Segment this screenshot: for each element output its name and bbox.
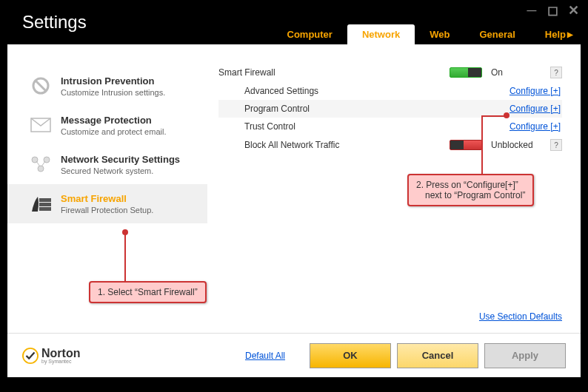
tab-general[interactable]: General [464, 24, 529, 44]
sidebar-item-title: Smart Firewall [61, 193, 196, 204]
setting-heading: Smart Firewall [218, 67, 450, 78]
norton-check-icon [22, 348, 39, 364]
sidebar-item-desc: Secured Network system. [61, 166, 196, 175]
sidebar-item-desc: Customize Intrusion settings. [61, 88, 196, 97]
annotation-1: 1. Select “Smart Firewall” [89, 281, 207, 303]
apply-button: Apply [484, 343, 566, 368]
firewall-icon [30, 193, 52, 214]
sidebar-item-message[interactable]: Message Protection Customize and protect… [7, 106, 207, 145]
sidebar-item-smart-firewall[interactable]: Smart Firewall Firewall Protection Setup… [7, 184, 207, 223]
svg-rect-8 [39, 198, 51, 202]
tab-help[interactable]: Help ▶ [530, 24, 581, 44]
cancel-button[interactable]: Cancel [397, 343, 478, 368]
use-section-defaults-link[interactable]: Use Section Defaults [479, 311, 562, 322]
help-icon[interactable]: ? [550, 67, 562, 78]
tab-computer[interactable]: Computer [273, 24, 347, 44]
default-all-link[interactable]: Default All [245, 351, 285, 361]
network-nodes-icon [30, 154, 52, 175]
sidebar-item-network-security[interactable]: Network Security Settings Secured Networ… [7, 145, 207, 184]
shield-block-icon [30, 75, 52, 96]
sidebar-item-intrusion[interactable]: Intrusion Prevention Customize Intrusion… [7, 67, 207, 106]
help-arrow-icon: ▶ [567, 30, 573, 38]
help-icon[interactable]: ? [550, 139, 562, 151]
sidebar-item-desc: Customize and protect email. [61, 127, 196, 136]
setting-trust-control: Trust Control [244, 121, 510, 132]
svg-line-7 [41, 161, 45, 166]
sidebar-item-title: Intrusion Prevention [61, 75, 196, 87]
annotation-line [481, 115, 483, 175]
norton-logo: Norton by Symantec [22, 347, 80, 364]
svg-line-6 [36, 161, 40, 166]
toggle-status: On [491, 67, 550, 78]
configure-advanced-link[interactable]: Configure [+] [510, 86, 561, 96]
ok-button[interactable]: OK [310, 343, 391, 368]
configure-program-control-link[interactable]: Configure [+] [510, 104, 561, 114]
setting-program-control: Program Control [244, 104, 510, 114]
close-button[interactable]: ✕ [567, 4, 579, 16]
tab-network[interactable]: Network [347, 24, 415, 44]
sidebar-item-title: Message Protection [61, 115, 196, 126]
minimize-button[interactable]: ─ [526, 4, 538, 16]
annotation-2: 2. Press on “Configure[+]” next to “Prog… [407, 174, 534, 206]
sidebar-item-title: Network Security Settings [61, 154, 196, 165]
block-traffic-toggle[interactable] [450, 140, 482, 150]
configure-trust-control-link[interactable]: Configure [+] [510, 121, 561, 132]
svg-point-5 [38, 166, 44, 172]
setting-block-traffic: Block All Network Traffic [244, 140, 450, 150]
smart-firewall-toggle[interactable] [450, 67, 482, 78]
annotation-line [124, 232, 126, 283]
tab-web[interactable]: Web [415, 24, 464, 44]
envelope-icon [30, 115, 52, 135]
window-title: Settings [11, 12, 87, 33]
maximize-button[interactable]: ◻ [547, 4, 558, 16]
svg-line-1 [36, 81, 46, 91]
annotation-line [481, 115, 505, 117]
setting-advanced: Advanced Settings [244, 86, 510, 96]
sidebar-item-desc: Firewall Protection Setup. [61, 206, 196, 214]
svg-rect-10 [39, 207, 51, 211]
svg-rect-9 [39, 203, 51, 206]
toggle-status: Unblocked [491, 140, 550, 150]
